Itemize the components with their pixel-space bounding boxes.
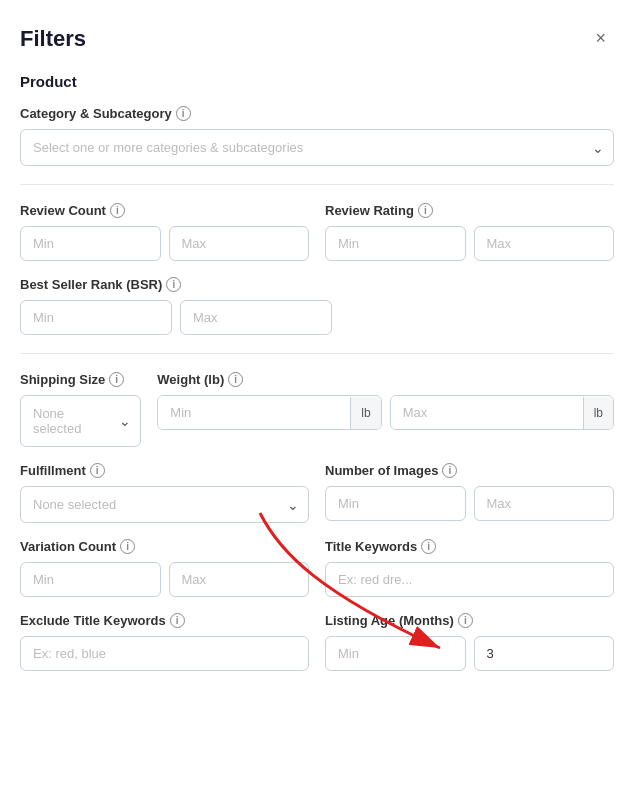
category-label: Category & Subcategory i (20, 106, 614, 121)
filters-modal: Filters × Product Category & Subcategory… (0, 0, 634, 810)
bsr-field: Best Seller Rank (BSR) i (20, 277, 614, 335)
review-rating-info-icon[interactable]: i (418, 203, 433, 218)
category-dropdown-wrapper[interactable]: Select one or more categories & subcateg… (20, 129, 614, 166)
shipping-size-info-icon[interactable]: i (109, 372, 124, 387)
listing-age-info-icon[interactable]: i (458, 613, 473, 628)
listing-age-min-input[interactable] (325, 636, 466, 671)
exclude-keywords-info-icon[interactable]: i (170, 613, 185, 628)
fulfillment-info-icon[interactable]: i (90, 463, 105, 478)
close-button[interactable]: × (587, 24, 614, 53)
weight-max-unit: lb (583, 397, 613, 429)
review-count-info-icon[interactable]: i (110, 203, 125, 218)
review-count-max-input[interactable] (169, 226, 310, 261)
review-count-min-input[interactable] (20, 226, 161, 261)
divider-2 (20, 353, 614, 354)
last-row-container: Exclude Title Keywords i Listing Age (Mo… (20, 613, 614, 671)
bsr-min-input[interactable] (20, 300, 172, 335)
variation-count-min-input[interactable] (20, 562, 161, 597)
num-images-min-input[interactable] (325, 486, 466, 521)
weight-max-input[interactable] (391, 396, 583, 429)
fulfillment-images-row: Fulfillment i None selected ⌄ Number of … (20, 463, 614, 523)
fulfillment-dropdown-wrapper[interactable]: None selected ⌄ (20, 486, 309, 523)
shipping-size-placeholder: None selected (33, 406, 104, 436)
review-rating-min-input[interactable] (325, 226, 466, 261)
category-dropdown[interactable]: Select one or more categories & subcateg… (20, 129, 614, 166)
weight-field: Weight (lb) i lb lb (157, 372, 614, 447)
divider-1 (20, 184, 614, 185)
title-keywords-field: Title Keywords i (325, 539, 614, 597)
fulfillment-field: Fulfillment i None selected ⌄ (20, 463, 309, 523)
review-row: Review Count i Review Rating i (20, 203, 614, 261)
fulfillment-dropdown[interactable]: None selected (20, 486, 309, 523)
fulfillment-placeholder: None selected (33, 497, 116, 512)
product-section: Product Category & Subcategory i Select … (20, 73, 614, 671)
variation-count-info-icon[interactable]: i (120, 539, 135, 554)
category-field: Category & Subcategory i Select one or m… (20, 106, 614, 166)
weight-info-icon[interactable]: i (228, 372, 243, 387)
exclude-title-keywords-input[interactable] (20, 636, 309, 671)
shipping-size-dropdown[interactable]: None selected (20, 395, 141, 447)
title-keywords-info-icon[interactable]: i (421, 539, 436, 554)
variation-count-field: Variation Count i (20, 539, 309, 597)
modal-header: Filters × (20, 24, 614, 53)
bsr-info-icon[interactable]: i (166, 277, 181, 292)
shipping-weight-row: Shipping Size i None selected ⌄ Weight (… (20, 372, 614, 447)
category-info-icon[interactable]: i (176, 106, 191, 121)
weight-min-input[interactable] (158, 396, 350, 429)
modal-title: Filters (20, 26, 86, 52)
listing-age-max-input[interactable] (474, 636, 615, 671)
shipping-size-field: Shipping Size i None selected ⌄ (20, 372, 141, 447)
review-count-field: Review Count i (20, 203, 309, 261)
listing-age-field: Listing Age (Months) i (325, 613, 614, 671)
product-section-title: Product (20, 73, 614, 90)
bsr-max-input[interactable] (180, 300, 332, 335)
num-images-info-icon[interactable]: i (442, 463, 457, 478)
exclude-listing-row: Exclude Title Keywords i Listing Age (Mo… (20, 613, 614, 671)
shipping-size-dropdown-wrapper[interactable]: None selected ⌄ (20, 395, 141, 447)
variation-count-max-input[interactable] (169, 562, 310, 597)
weight-min-unit: lb (350, 397, 380, 429)
title-keywords-input[interactable] (325, 562, 614, 597)
review-rating-field: Review Rating i (325, 203, 614, 261)
variation-title-row: Variation Count i Title Keywords i (20, 539, 614, 597)
category-placeholder: Select one or more categories & subcateg… (33, 140, 303, 155)
weight-max-wrapper: lb (390, 395, 614, 430)
num-images-max-input[interactable] (474, 486, 615, 521)
num-images-field: Number of Images i (325, 463, 614, 523)
exclude-title-keywords-field: Exclude Title Keywords i (20, 613, 309, 671)
weight-min-wrapper: lb (157, 395, 381, 430)
review-rating-max-input[interactable] (474, 226, 615, 261)
